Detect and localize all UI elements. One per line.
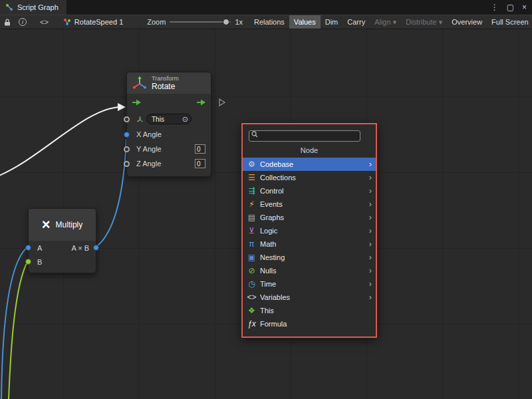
relations-button[interactable]: Relations xyxy=(249,15,289,29)
nesting-icon: ▣ xyxy=(247,253,257,262)
port-b[interactable] xyxy=(25,259,31,265)
this-object-value: This xyxy=(152,116,164,123)
flow-continuation-icon xyxy=(219,98,225,106)
finder-search-wrap xyxy=(249,129,358,142)
this-star-icon: ❖ xyxy=(247,306,257,315)
finder-item-label: Graphs xyxy=(260,213,366,221)
port-x-angle[interactable] xyxy=(124,132,130,138)
align-dropdown-button[interactable]: Align ▾ xyxy=(370,15,401,29)
wire-flow-arrowhead-icon xyxy=(118,103,126,111)
maximize-icon[interactable]: ▢ xyxy=(507,3,514,12)
this-object-field[interactable]: This ⊙ xyxy=(146,114,192,124)
finder-item-label: Codebase xyxy=(260,160,366,168)
multiply-b-row: B xyxy=(29,255,96,269)
port-z-angle[interactable] xyxy=(124,161,130,167)
finder-item-label: Formula xyxy=(260,320,368,328)
carry-button[interactable]: Carry xyxy=(342,15,370,29)
flow-out-port-icon[interactable] xyxy=(196,99,206,106)
port-y-angle[interactable] xyxy=(124,146,130,152)
wire-multiply-to-x-angle[interactable] xyxy=(96,139,126,247)
finder-item-label: Math xyxy=(260,240,366,248)
chevron-right-icon: › xyxy=(369,213,372,221)
graph-name: RotateSpeed 1 xyxy=(74,18,123,26)
fuzzy-finder: Node ⚙ Codebase › ☰ Collections › ⇶ Cont… xyxy=(241,123,377,338)
values-button[interactable]: Values xyxy=(289,15,321,29)
rotate-node-header[interactable]: Transform Rotate xyxy=(127,72,211,94)
port-this[interactable] xyxy=(124,116,130,122)
nulls-icon: ⊘ xyxy=(247,266,257,275)
graph-toolbar: i <> RotateSpeed 1 Zoom 1x Relations Val… xyxy=(0,15,532,29)
z-angle-input[interactable] xyxy=(195,159,205,168)
finder-search-input[interactable] xyxy=(249,130,360,142)
flow-row xyxy=(127,94,211,111)
finder-item-graphs[interactable]: ▤ Graphs › xyxy=(243,211,376,224)
finder-item-logic[interactable]: ⊻ Logic › xyxy=(243,224,376,237)
multiply-a-row: A A × B xyxy=(29,241,96,255)
finder-item-label: Variables xyxy=(260,293,366,301)
chevron-right-icon: › xyxy=(369,253,372,261)
finder-item-control[interactable]: ⇶ Control › xyxy=(243,184,376,198)
y-angle-row: Y Angle xyxy=(127,142,211,156)
tab-script-graph[interactable]: Script Graph xyxy=(0,0,66,15)
finder-item-nulls[interactable]: ⊘ Nulls › xyxy=(243,264,376,277)
port-a[interactable] xyxy=(25,245,31,251)
b-label: B xyxy=(37,258,42,266)
kebab-menu-icon[interactable]: ⋮ xyxy=(491,3,499,12)
port-a-times-b[interactable] xyxy=(93,245,99,251)
graph-canvas[interactable]: Transform Rotate xyxy=(0,29,532,399)
out-label: A × B xyxy=(71,244,89,252)
dim-button[interactable]: Dim xyxy=(321,15,343,29)
finder-item-variables[interactable]: <> Variables › xyxy=(243,291,376,304)
multiply-node-header[interactable]: × Multiply xyxy=(29,209,96,241)
finder-header: Node xyxy=(243,146,376,154)
window-controls: ⋮ ▢ × xyxy=(491,3,532,12)
time-clock-icon: ◷ xyxy=(247,279,257,289)
finder-item-math[interactable]: π Math › xyxy=(243,237,376,251)
finder-item-codebase[interactable]: ⚙ Codebase › xyxy=(243,158,376,171)
finder-item-label: Time xyxy=(260,280,366,288)
x-angle-label: X Angle xyxy=(136,130,162,138)
control-branch-icon: ⇶ xyxy=(247,186,257,196)
finder-item-label: Control xyxy=(260,187,366,195)
math-pi-icon: π xyxy=(247,239,257,249)
chevron-right-icon: › xyxy=(369,239,372,248)
finder-item-label: Nesting xyxy=(260,253,366,261)
y-angle-input[interactable] xyxy=(195,144,205,154)
y-angle-label: Y Angle xyxy=(136,145,162,153)
node-multiply[interactable]: × Multiply A A × B B xyxy=(28,208,96,273)
graph-breadcrumb[interactable]: RotateSpeed 1 xyxy=(58,18,128,26)
collections-list-icon: ☰ xyxy=(247,173,257,182)
distribute-dropdown-button[interactable]: Distribute ▾ xyxy=(401,15,447,29)
overview-button[interactable]: Overview xyxy=(447,15,487,29)
close-icon[interactable]: × xyxy=(522,3,527,12)
object-picker-icon[interactable]: ⊙ xyxy=(182,115,188,124)
script-graph-icon xyxy=(5,3,13,11)
finder-item-events[interactable]: ⚡ Events › xyxy=(243,198,376,211)
zoom-slider[interactable] xyxy=(170,21,231,23)
flow-in-port-icon[interactable] xyxy=(132,99,142,106)
chevron-right-icon: › xyxy=(369,173,372,182)
info-icon[interactable]: i xyxy=(15,18,31,26)
wire-flow-input[interactable] xyxy=(0,107,120,177)
zoom-label: Zoom xyxy=(147,18,166,26)
chevron-right-icon: › xyxy=(369,200,372,208)
finder-item-formula[interactable]: ƒx Formula xyxy=(243,317,376,331)
fullscreen-button[interactable]: Full Screen xyxy=(487,15,532,29)
node-category: Transform xyxy=(152,75,179,82)
this-row: This ⊙ xyxy=(127,111,211,127)
z-angle-row: Z Angle xyxy=(127,156,211,171)
zoom-value: 1x xyxy=(235,18,243,26)
finder-item-time[interactable]: ◷ Time › xyxy=(243,277,376,291)
node-rotate[interactable]: Transform Rotate xyxy=(126,72,211,177)
lock-icon[interactable] xyxy=(0,19,15,26)
zoom-slider-knob[interactable] xyxy=(223,19,229,25)
chevron-right-icon: › xyxy=(369,293,372,301)
code-view-icon[interactable]: <> xyxy=(36,18,53,26)
events-lightning-icon: ⚡ xyxy=(247,200,257,209)
finder-item-nesting[interactable]: ▣ Nesting › xyxy=(243,251,376,264)
finder-item-this[interactable]: ❖ This xyxy=(243,304,376,317)
z-angle-label: Z Angle xyxy=(136,160,161,168)
finder-item-collections[interactable]: ☰ Collections › xyxy=(243,171,376,184)
graphs-folder-icon: ▤ xyxy=(247,213,257,222)
codebase-gear-icon: ⚙ xyxy=(247,160,257,169)
